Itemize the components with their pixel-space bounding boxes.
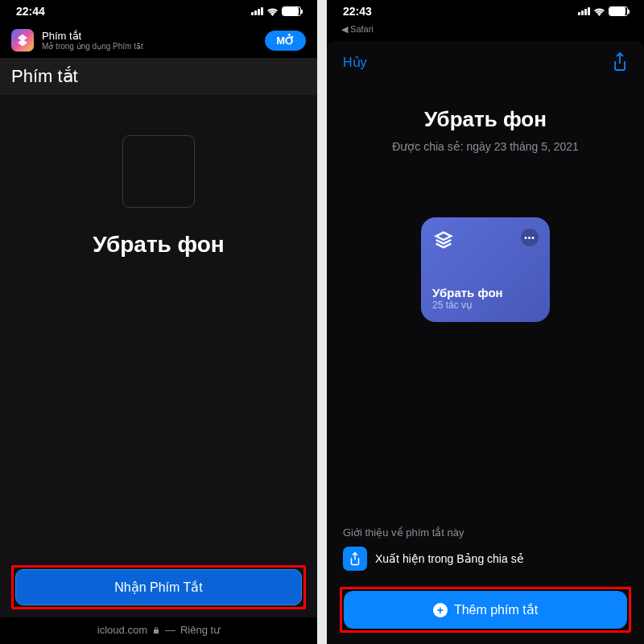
status-time: 22:44: [16, 5, 45, 18]
banner-text: Phím tắt Mở trong ứng dụng Phím tắt: [42, 30, 257, 51]
modal-title: Убрать фон: [424, 107, 547, 132]
modal-header: Hủy: [327, 41, 644, 83]
info-heading: Giới thiệu về phím tắt này: [343, 526, 628, 539]
shortcut-title: Убрать фон: [93, 232, 225, 258]
phone-left: 22:44 Phím tắt Mở trong ứng dụng Phím tắ…: [0, 0, 317, 644]
share-sheet-icon: [343, 547, 367, 571]
share-icon[interactable]: [612, 52, 628, 72]
shortcuts-app-icon: [11, 29, 34, 52]
signal-icon: [251, 7, 263, 15]
status-icons: [578, 6, 628, 16]
plus-icon: +: [433, 603, 448, 617]
main-content: Убрать фон: [0, 95, 317, 554]
card-title: Убрать фон: [432, 286, 539, 299]
status-bar: 22:43: [327, 0, 644, 23]
get-shortcut-button[interactable]: Nhận Phím Tắt: [15, 569, 302, 605]
stack-icon: [432, 229, 455, 251]
highlight-annotation: + Thêm phím tắt: [340, 587, 631, 633]
lock-icon: [152, 626, 160, 634]
open-button[interactable]: MỞ: [265, 31, 306, 51]
status-time: 22:43: [343, 5, 372, 18]
cancel-button[interactable]: Hủy: [343, 55, 367, 70]
highlight-annotation: Nhận Phím Tắt: [11, 565, 306, 609]
wifi-icon: [593, 7, 605, 16]
modal-sheet: Hủy Убрать фон Được chia sẻ: ngày 23 thá…: [327, 41, 644, 644]
card-subtitle: 25 tác vụ: [432, 299, 539, 311]
back-to-safari[interactable]: ◀ Safari: [327, 23, 644, 36]
bottom-action-area: Nhận Phím Tắt: [0, 554, 317, 617]
status-bar: 22:44: [0, 0, 317, 23]
banner-subtitle: Mở trong ứng dụng Phím tắt: [42, 42, 257, 51]
modal-main: Убрать фон Được chia sẻ: ngày 23 tháng 5…: [327, 83, 644, 526]
banner-title: Phím tắt: [42, 30, 257, 42]
battery-icon: [609, 6, 628, 16]
wifi-icon: [266, 7, 279, 16]
url-separator: —: [165, 624, 175, 636]
status-icons: [251, 6, 301, 16]
url-bar[interactable]: icloud.com — Riêng tư: [0, 617, 317, 644]
page-title: Phím tắt: [0, 58, 317, 95]
url-domain: icloud.com: [97, 624, 147, 636]
info-section: Giới thiệu về phím tắt này Xuất hiện tro…: [327, 526, 644, 579]
shortcut-placeholder-icon: [122, 135, 195, 208]
info-row-share-sheet: Xuất hiện trong Bảng chia sẻ: [343, 547, 628, 571]
modal-subtitle: Được chia sẻ: ngày 23 tháng 5, 2021: [392, 140, 579, 153]
battery-icon: [282, 6, 301, 16]
phone-right: 22:43 ◀ Safari Hủy Убрать фон Được chia …: [327, 0, 644, 644]
add-shortcut-button[interactable]: + Thêm phím tắt: [344, 591, 627, 629]
url-privacy: Riêng tư: [180, 624, 220, 636]
card-menu-icon[interactable]: •••: [521, 229, 539, 246]
info-row-text: Xuất hiện trong Bảng chia sẻ: [375, 552, 524, 565]
signal-icon: [578, 7, 590, 15]
app-banner: Phím tắt Mở trong ứng dụng Phím tắt MỞ: [0, 23, 317, 58]
bottom-action-area: + Thêm phím tắt: [327, 579, 644, 644]
shortcut-card[interactable]: ••• Убрать фон 25 tác vụ: [421, 217, 550, 322]
